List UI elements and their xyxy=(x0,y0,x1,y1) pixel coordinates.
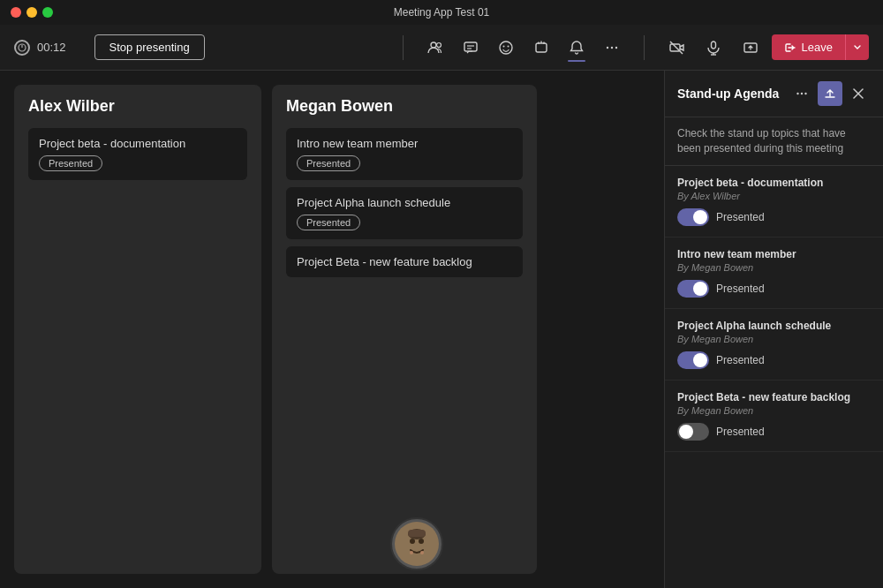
camera-icon[interactable] xyxy=(660,32,692,64)
share-screen-icon[interactable] xyxy=(735,32,766,64)
raise-hand-icon[interactable] xyxy=(525,32,557,64)
people-icon[interactable] xyxy=(419,32,451,64)
participant-card-alex: Alex Wilber Project beta - documentation… xyxy=(14,85,261,574)
panel-item-1-toggle-row: Presented xyxy=(677,208,871,226)
microphone-icon[interactable] xyxy=(698,32,729,64)
self-video-thumbnail xyxy=(390,517,443,570)
svg-point-25 xyxy=(419,539,424,544)
svg-point-29 xyxy=(420,551,424,554)
panel-item-4-toggle-label: Presented xyxy=(716,426,765,438)
panel-item-4: Project Beta - new feature backlog By Me… xyxy=(665,381,883,452)
panel-item-3-toggle-label: Presented xyxy=(716,354,765,366)
panel-item-2-author: By Megan Bowen xyxy=(677,262,871,273)
svg-point-15 xyxy=(610,46,612,48)
divider-1 xyxy=(403,35,404,60)
presented-badge-megan-1: Presented xyxy=(297,155,360,171)
panel-item-3-toggle-row: Presented xyxy=(677,351,871,369)
topic-title-megan-1: Intro new team member xyxy=(297,137,512,150)
panel-item-2-title: Intro new team member xyxy=(677,248,871,260)
svg-line-18 xyxy=(670,41,683,54)
panel-header: Stand-up Agenda xyxy=(665,71,883,117)
panel-item-4-title: Project Beta - new feature backlog xyxy=(677,391,871,403)
divider-2 xyxy=(644,35,645,60)
side-panel: Stand-up Agenda xyxy=(664,71,883,588)
topic-title-alex-1: Project beta - documentation xyxy=(39,137,237,150)
svg-rect-19 xyxy=(711,41,715,49)
panel-header-icons xyxy=(789,81,871,106)
panel-item-3: Project Alpha launch schedule By Megan B… xyxy=(665,309,883,381)
panel-title: Stand-up Agenda xyxy=(677,87,779,101)
svg-rect-10 xyxy=(536,43,547,52)
timer-display: 00:12 xyxy=(37,41,66,54)
panel-upload-icon[interactable] xyxy=(818,81,842,106)
title-bar: Meeting App Test 01 xyxy=(0,0,883,25)
panel-item-3-title: Project Alpha launch schedule xyxy=(677,320,871,332)
panel-close-icon[interactable] xyxy=(846,81,871,106)
panel-item-2-toggle[interactable] xyxy=(677,280,709,298)
window-title: Meeting App Test 01 xyxy=(394,6,490,19)
notifications-icon[interactable] xyxy=(561,32,592,64)
panel-description: Check the stand up topics that have been… xyxy=(665,117,883,166)
leave-dropdown-button[interactable] xyxy=(845,34,869,60)
svg-point-28 xyxy=(410,551,413,554)
presented-badge-megan-2: Presented xyxy=(297,215,360,230)
presented-badge-alex-1: Presented xyxy=(39,155,102,171)
more-options-icon[interactable] xyxy=(596,32,628,64)
svg-rect-4 xyxy=(464,42,477,51)
panel-item-4-author: By Megan Bowen xyxy=(677,405,871,416)
panel-item-4-toggle-row: Presented xyxy=(677,423,871,441)
topic-item-megan-1: Intro new team member Presented xyxy=(286,128,523,180)
svg-point-2 xyxy=(431,42,436,48)
panel-item-1-toggle[interactable] xyxy=(677,208,709,226)
top-bar: 00:12 Stop presenting xyxy=(0,25,883,71)
panel-item-4-toggle[interactable] xyxy=(677,423,709,441)
svg-rect-27 xyxy=(408,530,426,537)
svg-point-14 xyxy=(606,46,608,48)
panel-item-1-toggle-label: Presented xyxy=(716,211,765,223)
panel-item-3-author: By Megan Bowen xyxy=(677,334,871,344)
topic-item-megan-3: Project Beta - new feature backlog xyxy=(286,246,523,277)
maximize-button[interactable] xyxy=(42,7,53,18)
close-button[interactable] xyxy=(11,7,21,18)
panel-items: Project beta - documentation By Alex Wil… xyxy=(665,166,883,588)
minimize-button[interactable] xyxy=(26,7,37,18)
svg-point-30 xyxy=(796,93,798,94)
leave-button[interactable]: Leave xyxy=(772,34,845,60)
svg-point-8 xyxy=(502,45,504,47)
participant-name-megan: Megan Bowen xyxy=(286,97,523,116)
main-area: Alex Wilber Project beta - documentation… xyxy=(0,71,883,588)
topic-title-megan-3: Project Beta - new feature backlog xyxy=(297,255,512,268)
top-bar-right: Leave xyxy=(660,32,869,64)
panel-item-2-toggle-label: Presented xyxy=(716,283,765,295)
svg-point-31 xyxy=(801,93,803,94)
panel-item-1: Project beta - documentation By Alex Wil… xyxy=(665,166,883,237)
toolbar-icons xyxy=(419,32,628,64)
svg-point-9 xyxy=(507,45,509,47)
panel-item-1-author: By Alex Wilber xyxy=(677,191,871,201)
leave-button-group: Leave xyxy=(772,34,869,60)
reactions-icon[interactable] xyxy=(490,32,522,64)
panel-item-2: Intro new team member By Megan Bowen Pre… xyxy=(665,237,883,309)
participant-card-megan: Megan Bowen Intro new team member Presen… xyxy=(272,85,537,574)
panel-more-icon[interactable] xyxy=(789,81,814,106)
window-controls xyxy=(11,7,53,18)
svg-point-32 xyxy=(804,93,806,94)
svg-point-3 xyxy=(436,42,441,47)
panel-item-2-toggle-row: Presented xyxy=(677,280,871,298)
panel-item-3-toggle[interactable] xyxy=(677,351,709,369)
top-bar-left: 00:12 Stop presenting xyxy=(14,34,387,60)
video-area: Alex Wilber Project beta - documentation… xyxy=(0,71,664,588)
timer-icon xyxy=(14,40,30,56)
topic-item-megan-2: Project Alpha launch schedule Presented xyxy=(286,187,523,239)
stop-presenting-button[interactable]: Stop presenting xyxy=(94,34,205,60)
topic-item-alex-1: Project beta - documentation Presented xyxy=(28,128,247,180)
chat-icon[interactable] xyxy=(455,32,487,64)
svg-point-23 xyxy=(395,522,439,566)
panel-item-1-title: Project beta - documentation xyxy=(677,177,871,189)
participant-name-alex: Alex Wilber xyxy=(28,97,247,116)
topic-title-megan-2: Project Alpha launch schedule xyxy=(297,196,512,209)
svg-point-16 xyxy=(615,46,616,48)
svg-point-24 xyxy=(410,539,415,544)
